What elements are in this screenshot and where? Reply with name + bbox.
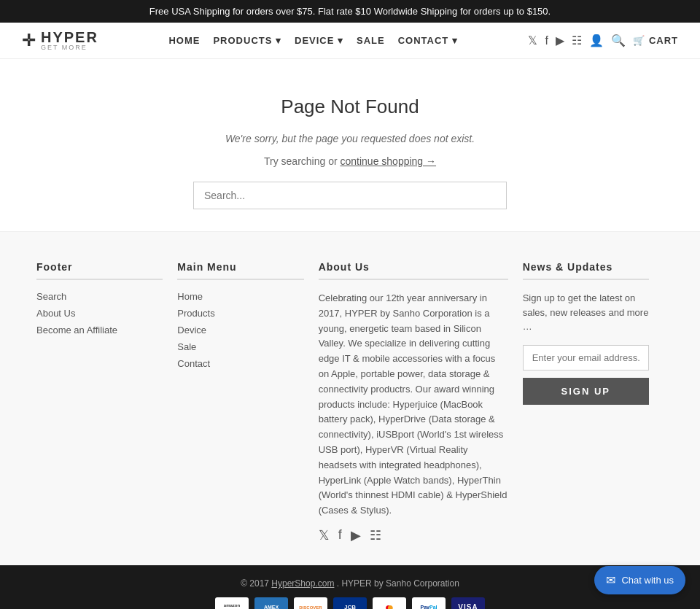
nav-sale[interactable]: SALE bbox=[357, 35, 385, 46]
main-menu-col-title: Main Menu bbox=[177, 261, 303, 280]
signup-button[interactable]: SIGN UP bbox=[523, 378, 649, 405]
chat-label: Chat with us bbox=[621, 575, 674, 586]
about-text: Celebrating our 12th year anniversary in… bbox=[319, 291, 508, 519]
news-signup-text: Sign up to get the latest on sales, new … bbox=[523, 291, 649, 334]
top-banner: Free USA Shipping for orders over $75. F… bbox=[0, 0, 700, 23]
footer-main-menu-col: Main Menu Home Products Device Sale Cont… bbox=[177, 261, 318, 543]
twitter-icon[interactable]: 𝕏 bbox=[528, 34, 537, 47]
copyright-text: © 2017 HyperShop.com . HYPER by Sanho Co… bbox=[15, 578, 685, 589]
logo-icon: ✛ bbox=[22, 31, 35, 50]
chat-icon: ✉ bbox=[606, 573, 615, 587]
footer-bottom: © 2017 HyperShop.com . HYPER by Sanho Co… bbox=[0, 565, 700, 609]
page-title: Page Not Found bbox=[15, 96, 685, 118]
search-icon[interactable]: 🔍 bbox=[611, 34, 626, 47]
payment-amazon: amazonpay bbox=[215, 597, 249, 609]
news-col-title: News & Updates bbox=[523, 261, 649, 280]
payment-icons: amazonpay AMEX DISCOVER JCB ●● PayPal VI… bbox=[15, 597, 685, 609]
logo-tagline: GET MORE bbox=[41, 44, 98, 51]
cart-button[interactable]: 🛒 CART bbox=[633, 35, 678, 46]
cart-icon: 🛒 bbox=[633, 35, 645, 46]
about-twitter-icon[interactable]: 𝕏 bbox=[319, 527, 330, 543]
payment-visa: VISA bbox=[451, 597, 485, 609]
header: ✛ HYPER GET MORE HOME PRODUCTS ▾ DEVICE … bbox=[0, 23, 700, 59]
header-social-icons: 𝕏 f ▶ ☷ 👤 🔍 🛒 CART bbox=[528, 34, 678, 47]
footer-news-col: News & Updates Sign up to get the latest… bbox=[523, 261, 664, 543]
footer-about-col: About Us Celebrating our 12th year anniv… bbox=[319, 261, 523, 543]
facebook-icon[interactable]: f bbox=[545, 34, 548, 47]
payment-discover: DISCOVER bbox=[294, 597, 327, 609]
logo-brand: HYPER bbox=[41, 30, 98, 44]
nav-products[interactable]: PRODUCTS ▾ bbox=[213, 35, 281, 46]
account-icon[interactable]: 👤 bbox=[589, 34, 604, 47]
about-facebook-icon[interactable]: f bbox=[338, 527, 342, 543]
sorry-message: We're sorry, but the page you requested … bbox=[15, 133, 685, 144]
footer-menu-products[interactable]: Products bbox=[177, 308, 303, 319]
about-col-title: About Us bbox=[319, 261, 508, 280]
main-content: Page Not Found We're sorry, but the page… bbox=[0, 59, 700, 231]
footer-link-search[interactable]: Search bbox=[36, 291, 163, 302]
chat-widget[interactable]: ✉ Chat with us bbox=[594, 566, 685, 594]
footer-menu-home[interactable]: Home bbox=[177, 291, 303, 302]
payment-jcb: JCB bbox=[333, 597, 367, 609]
banner-text: Free USA Shipping for orders over $75. F… bbox=[149, 6, 551, 17]
cart-label: CART bbox=[649, 35, 678, 46]
search-input[interactable] bbox=[193, 182, 507, 209]
payment-amex: AMEX bbox=[254, 597, 288, 609]
footer-link-about[interactable]: About Us bbox=[36, 308, 163, 319]
payment-mastercard: ●● bbox=[373, 597, 406, 609]
email-input[interactable] bbox=[523, 345, 649, 371]
nav-device[interactable]: DEVICE ▾ bbox=[295, 35, 343, 46]
hypershop-link[interactable]: HyperShop.com bbox=[271, 578, 334, 589]
footer-link-affiliate[interactable]: Become an Affiliate bbox=[36, 325, 163, 335]
about-instagram-icon[interactable]: ☷ bbox=[370, 527, 381, 543]
about-social-icons: 𝕏 f ▶ ☷ bbox=[319, 527, 508, 543]
footer-menu-device[interactable]: Device bbox=[177, 325, 303, 335]
footer-col-title: Footer bbox=[36, 261, 163, 280]
footer-menu-contact[interactable]: Contact bbox=[177, 358, 303, 369]
youtube-icon[interactable]: ▶ bbox=[556, 34, 564, 47]
footer-col: Footer Search About Us Become an Affilia… bbox=[36, 261, 177, 543]
footer-top: Footer Search About Us Become an Affilia… bbox=[0, 231, 700, 565]
payment-paypal: PayPal bbox=[412, 597, 446, 609]
nav-contact[interactable]: CONTACT ▾ bbox=[398, 35, 458, 46]
about-youtube-icon[interactable]: ▶ bbox=[351, 527, 361, 543]
logo[interactable]: ✛ HYPER GET MORE bbox=[22, 30, 98, 51]
footer-menu-sale[interactable]: Sale bbox=[177, 341, 303, 352]
nav-home[interactable]: HOME bbox=[168, 35, 200, 46]
instagram-icon[interactable]: ☷ bbox=[572, 34, 582, 47]
main-nav: HOME PRODUCTS ▾ DEVICE ▾ SALE CONTACT ▾ bbox=[168, 35, 457, 46]
try-searching-text: Try searching or continue shopping → bbox=[15, 155, 685, 167]
search-form bbox=[193, 182, 507, 209]
continue-shopping-link[interactable]: continue shopping → bbox=[340, 155, 436, 167]
